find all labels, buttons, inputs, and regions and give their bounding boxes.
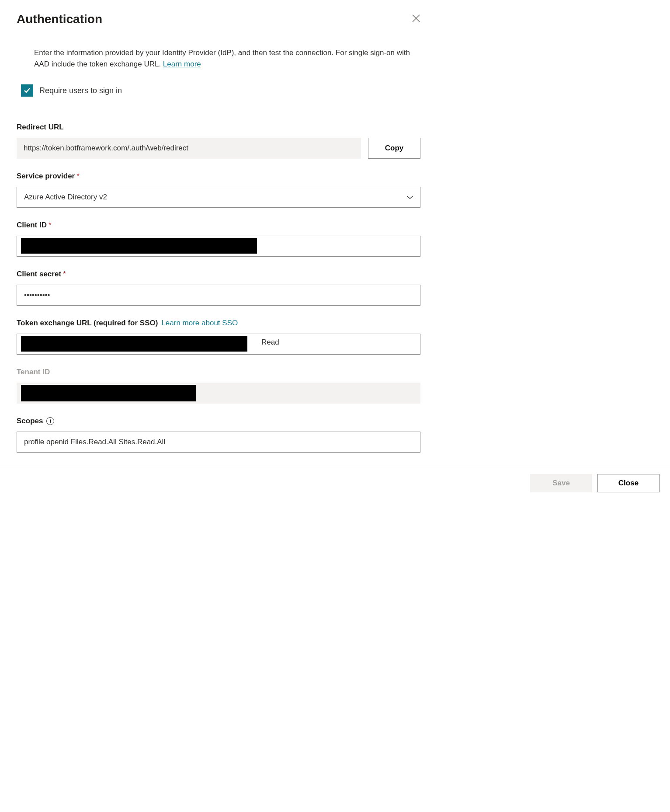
close-icon[interactable] (412, 14, 420, 23)
info-icon[interactable]: i (46, 417, 54, 425)
redacted-tenant-id (21, 385, 196, 401)
tenant-id-label: Tenant ID (17, 368, 420, 376)
token-exchange-label-text: Token exchange URL (required for SSO) (17, 319, 158, 328)
learn-more-link[interactable]: Learn more (163, 60, 201, 68)
save-button: Save (530, 474, 592, 492)
client-secret-input[interactable] (17, 285, 420, 306)
client-id-label-text: Client ID (17, 221, 47, 230)
scopes-label-text: Scopes (17, 417, 43, 425)
service-provider-label-text: Service provider (17, 172, 75, 181)
intro-text-content: Enter the information provided by your I… (34, 49, 410, 68)
client-secret-label: Client secret * (17, 270, 420, 279)
required-marker: * (76, 172, 80, 181)
client-secret-label-text: Client secret (17, 270, 61, 279)
redirect-url-label: Redirect URL (17, 123, 420, 132)
require-signin-label: Require users to sign in (39, 86, 122, 95)
require-signin-checkbox[interactable] (21, 84, 33, 97)
copy-button[interactable]: Copy (368, 138, 420, 159)
token-exchange-input[interactable] (17, 334, 420, 355)
required-marker: * (63, 270, 66, 279)
page-title: Authentication (17, 12, 102, 26)
scopes-input[interactable] (17, 432, 420, 453)
service-provider-label: Service provider * (17, 172, 420, 181)
redirect-url-value: https://token.botframework.com/.auth/web… (17, 138, 361, 159)
close-button[interactable]: Close (597, 474, 660, 492)
scopes-label: Scopes i (17, 417, 420, 425)
intro-text: Enter the information provided by your I… (34, 47, 414, 70)
tenant-id-value (17, 383, 420, 404)
learn-more-sso-link[interactable]: Learn more about SSO (161, 319, 238, 328)
client-id-label: Client ID * (17, 221, 420, 230)
service-provider-select[interactable] (17, 187, 420, 208)
client-id-input[interactable] (17, 236, 420, 257)
required-marker: * (49, 221, 52, 230)
token-exchange-label: Token exchange URL (required for SSO) Le… (17, 319, 420, 328)
